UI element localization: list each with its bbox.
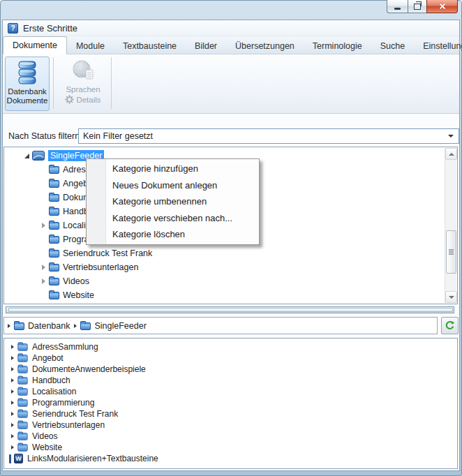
list-item-label: Vertriebsunterlagen xyxy=(32,420,105,430)
sprachen-button[interactable]: Sprachen Details xyxy=(58,57,108,111)
close-icon xyxy=(438,2,447,10)
expand-arrow-icon[interactable] xyxy=(9,434,16,438)
list-item-website[interactable]: Website xyxy=(4,442,457,453)
close-button[interactable] xyxy=(426,0,458,13)
database-node-icon xyxy=(32,151,45,161)
list-item-seriendruck-test-frank[interactable]: Seriendruck Test Frank xyxy=(4,408,457,419)
expand-arrow-icon[interactable] xyxy=(9,412,16,416)
tree-item-clipped[interactable] xyxy=(4,302,445,304)
folder-icon xyxy=(49,236,59,244)
context-menu-items: Kategorie hinzufügen Neues Dokument anle… xyxy=(106,161,259,243)
list-item-document[interactable]: W LinksModularisieren+Textbausteine xyxy=(4,453,457,464)
tree-item-website[interactable]: Website xyxy=(4,288,445,302)
expand-arrow-icon[interactable] xyxy=(9,389,16,394)
status-filter-dropdown[interactable]: Kein Filter gesetzt xyxy=(78,128,459,144)
tree-item-label: Seriendruck Test Frank xyxy=(63,248,152,258)
folder-icon xyxy=(49,250,59,258)
tab-bilder[interactable]: Bilder xyxy=(186,38,226,54)
expand-arrow-icon[interactable] xyxy=(9,367,16,371)
expand-arrow-icon[interactable] xyxy=(9,356,16,360)
breadcrumb[interactable]: Datenbank SingleFeeder xyxy=(3,317,438,334)
folder-icon xyxy=(14,322,24,330)
folder-icon xyxy=(17,399,27,406)
list-item-label: DokumenteAnwenderbeispiele xyxy=(32,364,146,374)
list-item-localisation[interactable]: Localisation xyxy=(4,386,457,397)
tab-textbausteine[interactable]: Textbausteine xyxy=(114,38,186,54)
ribbon: Datenbank Dokumente xyxy=(3,54,459,114)
menu-item-neues-dokument-anlegen[interactable]: Neues Dokument anlegen xyxy=(106,177,259,194)
restore-button[interactable] xyxy=(408,0,426,13)
tree-vertical-scrollbar[interactable] xyxy=(445,148,456,303)
breadcrumb-label: SingleFeeder xyxy=(94,321,146,331)
tree-horizontal-scrollbar[interactable] xyxy=(6,306,454,313)
expand-arrow-icon[interactable] xyxy=(9,378,16,382)
folder-icon xyxy=(17,343,27,350)
menu-item-kategorie-umbenennen[interactable]: Kategorie umbenennen xyxy=(106,193,259,210)
folder-icon xyxy=(17,422,27,429)
list-item-handbuch[interactable]: Handbuch xyxy=(4,375,457,386)
scroll-down-button[interactable] xyxy=(445,291,457,303)
expand-arrow-icon[interactable] xyxy=(9,401,16,405)
window-title: Erste Schritte xyxy=(23,23,77,34)
expand-arrow-icon[interactable] xyxy=(9,345,16,349)
breadcrumb-label: Datenbank xyxy=(28,321,70,331)
filter-label: Nach Status filtern: xyxy=(8,131,82,141)
expand-arrow-icon[interactable] xyxy=(38,265,49,270)
tab-suche[interactable]: Suche xyxy=(371,38,414,54)
list-item-vertriebsunterlagen[interactable]: Vertriebsunterlagen xyxy=(4,419,457,431)
datenbank-label-line2: Dokumente xyxy=(7,96,48,105)
list-item-label: Videos xyxy=(32,431,57,441)
expand-arrow-icon[interactable] xyxy=(38,223,49,228)
refresh-button[interactable] xyxy=(441,317,459,334)
list-item-videos[interactable]: Videos xyxy=(4,431,457,442)
folder-icon xyxy=(17,433,27,440)
list-item-programmierung[interactable]: Programmierung xyxy=(4,397,457,408)
tab-uebersetzungen[interactable]: Übersetzungen xyxy=(226,38,304,54)
ribbon-tab-bar: Dokumente Module Textbausteine Bilder Üb… xyxy=(3,36,459,54)
horizontal-scrollbar-thumb[interactable] xyxy=(8,308,453,312)
tab-einstellungen[interactable]: Einstellungen xyxy=(414,38,462,54)
context-menu: Kategorie hinzufügen Neues Dokument anle… xyxy=(86,158,260,245)
minimize-button[interactable] xyxy=(387,0,408,13)
list-item-label: AdressSammlung xyxy=(32,342,98,352)
status-filter-value: Kein Filter gesetzt xyxy=(79,131,448,141)
folder-icon xyxy=(17,444,27,451)
tab-module[interactable]: Module xyxy=(67,38,114,54)
gear-icon xyxy=(65,95,74,104)
folder-icon xyxy=(49,222,59,230)
folder-icon xyxy=(17,388,27,395)
expand-arrow-icon[interactable] xyxy=(9,423,16,427)
expand-arrow-icon[interactable] xyxy=(38,278,49,284)
details-button[interactable]: Details xyxy=(65,95,100,104)
list-item-label: Handbuch xyxy=(32,375,70,385)
menu-item-kategorie-verschieben[interactable]: Kategorie verschieben nach... xyxy=(106,210,259,227)
breadcrumb-item-datenbank[interactable]: Datenbank xyxy=(8,321,70,331)
list-item-label: Localisation xyxy=(32,387,76,396)
collapse-arrow-icon[interactable] xyxy=(21,154,32,158)
datenbank-dokumente-button[interactable]: Datenbank Dokumente xyxy=(5,57,50,111)
tab-terminologie[interactable]: Terminologie xyxy=(304,38,371,54)
globe-icon xyxy=(71,59,95,84)
menu-item-kategorie-loeschen[interactable]: Kategorie löschen xyxy=(106,226,259,243)
context-menu-icon-gutter xyxy=(87,159,106,244)
list-item-label: Angebot xyxy=(32,353,64,363)
tree-item-seriendruck-test-frank[interactable]: Seriendruck Test Frank xyxy=(4,246,445,260)
menu-item-kategorie-hinzufuegen[interactable]: Kategorie hinzufügen xyxy=(106,161,259,177)
breadcrumb-item-singlefeeder[interactable]: SingleFeeder xyxy=(74,321,146,331)
expand-arrow-icon[interactable] xyxy=(9,445,16,449)
list-item-adresssammlung[interactable]: AdressSammlung xyxy=(4,341,457,352)
breadcrumb-arrow-icon xyxy=(74,324,77,328)
tree-item-vertriebsunterlagen[interactable]: Vertriebsunterlagen xyxy=(4,260,445,274)
tab-dokumente[interactable]: Dokumente xyxy=(3,36,67,54)
scroll-up-button[interactable] xyxy=(445,148,457,160)
list-item-angebot[interactable]: Angebot xyxy=(4,352,457,364)
folder-icon xyxy=(49,194,59,202)
scrollbar-thumb[interactable] xyxy=(446,230,456,274)
list-item-dokumenteanwenderbeispiele[interactable]: DokumenteAnwenderbeispiele xyxy=(4,364,457,375)
datenbank-label-line1: Datenbank xyxy=(8,87,47,96)
ribbon-group-separator-2 xyxy=(111,57,112,109)
word-document-icon: W xyxy=(14,454,23,463)
tree-item-label: Website xyxy=(63,290,94,300)
tree-item-videos[interactable]: Videos xyxy=(4,274,445,288)
folder-icon xyxy=(49,264,59,272)
